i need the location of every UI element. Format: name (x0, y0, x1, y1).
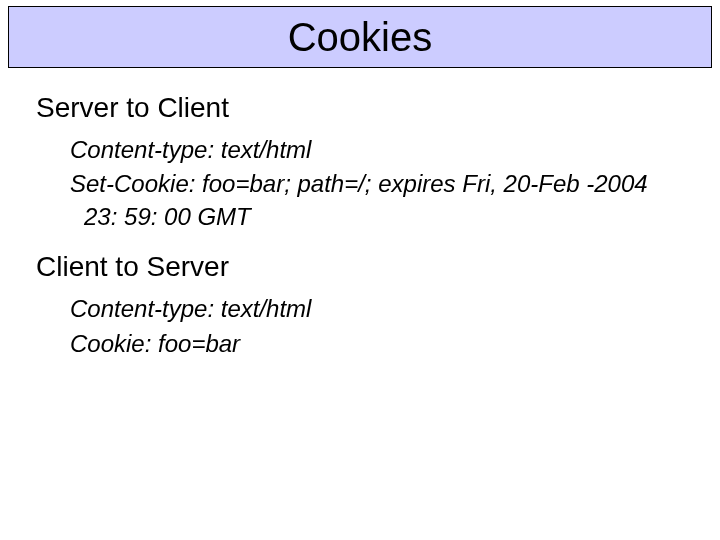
header-line: Content-type: text/html (70, 134, 684, 166)
slide: Cookies Server to Client Content-type: t… (0, 0, 720, 540)
slide-title: Cookies (288, 15, 433, 60)
header-line: Cookie: foo=bar (70, 328, 684, 360)
section-heading: Server to Client (36, 92, 684, 124)
section-block: Content-type: text/html Set-Cookie: foo=… (70, 134, 684, 233)
header-line: Set-Cookie: foo=bar; path=/; expires Fri… (70, 168, 684, 233)
title-bar: Cookies (8, 6, 712, 68)
slide-content: Server to Client Content-type: text/html… (36, 92, 684, 378)
section-heading: Client to Server (36, 251, 684, 283)
header-line: Content-type: text/html (70, 293, 684, 325)
section-block: Content-type: text/html Cookie: foo=bar (70, 293, 684, 360)
